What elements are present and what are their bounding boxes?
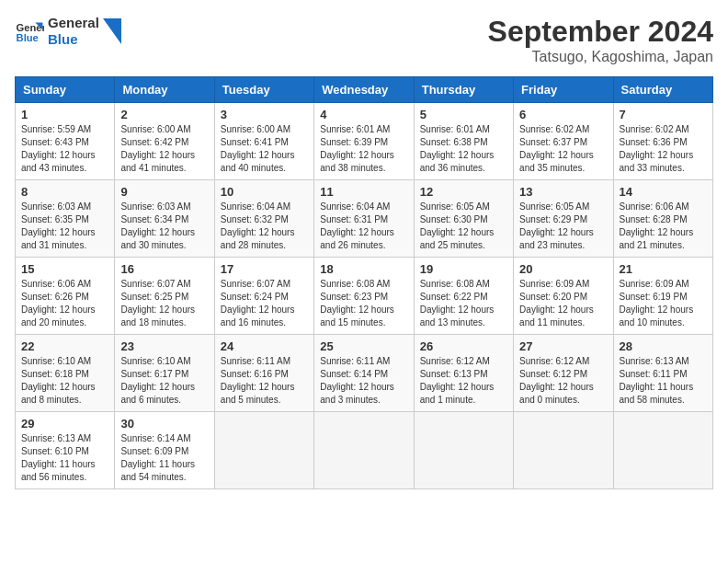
day-number: 30 bbox=[120, 417, 208, 431]
header-saturday: Saturday bbox=[613, 77, 712, 103]
calendar-table: Sunday Monday Tuesday Wednesday Thursday… bbox=[15, 76, 713, 489]
calendar-row-0: 1Sunrise: 5:59 AMSunset: 6:43 PMDaylight… bbox=[16, 103, 713, 180]
day-cell-22: 22Sunrise: 6:10 AMSunset: 6:18 PMDayligh… bbox=[16, 335, 115, 412]
day-info: Sunrise: 6:09 AMSunset: 6:20 PMDaylight:… bbox=[519, 278, 607, 329]
day-number: 21 bbox=[620, 262, 707, 276]
day-number: 22 bbox=[21, 339, 108, 353]
day-info: Sunrise: 6:06 AMSunset: 6:28 PMDaylight:… bbox=[620, 201, 707, 252]
weekday-header-row: Sunday Monday Tuesday Wednesday Thursday… bbox=[16, 77, 713, 103]
day-info: Sunrise: 6:04 AMSunset: 6:31 PMDaylight:… bbox=[320, 201, 407, 252]
day-number: 19 bbox=[420, 262, 507, 276]
day-info: Sunrise: 6:10 AMSunset: 6:17 PMDaylight:… bbox=[120, 355, 208, 407]
empty-cell bbox=[214, 412, 313, 489]
day-number: 8 bbox=[21, 185, 108, 199]
day-number: 1 bbox=[21, 108, 108, 121]
day-cell-24: 24Sunrise: 6:11 AMSunset: 6:16 PMDayligh… bbox=[214, 335, 313, 412]
day-number: 29 bbox=[21, 417, 108, 431]
day-info: Sunrise: 6:13 AMSunset: 6:11 PMDaylight:… bbox=[620, 355, 707, 407]
day-cell-7: 7Sunrise: 6:02 AMSunset: 6:36 PMDaylight… bbox=[613, 103, 712, 180]
day-cell-18: 18Sunrise: 6:08 AMSunset: 6:23 PMDayligh… bbox=[314, 258, 414, 335]
day-cell-26: 26Sunrise: 6:12 AMSunset: 6:13 PMDayligh… bbox=[414, 335, 513, 412]
day-number: 10 bbox=[221, 185, 308, 199]
day-info: Sunrise: 6:13 AMSunset: 6:10 PMDaylight:… bbox=[21, 432, 108, 484]
calendar-row-3: 22Sunrise: 6:10 AMSunset: 6:18 PMDayligh… bbox=[16, 335, 713, 412]
day-info: Sunrise: 6:11 AMSunset: 6:14 PMDaylight:… bbox=[320, 355, 407, 407]
day-info: Sunrise: 6:09 AMSunset: 6:19 PMDaylight:… bbox=[620, 278, 707, 329]
day-number: 3 bbox=[221, 108, 308, 121]
title-block: September 2024 Tatsugo, Kagoshima, Japan bbox=[488, 15, 713, 65]
day-cell-10: 10Sunrise: 6:04 AMSunset: 6:32 PMDayligh… bbox=[214, 180, 313, 258]
day-number: 2 bbox=[120, 108, 208, 121]
day-cell-2: 2Sunrise: 6:00 AMSunset: 6:42 PMDaylight… bbox=[115, 103, 214, 180]
day-cell-25: 25Sunrise: 6:11 AMSunset: 6:14 PMDayligh… bbox=[314, 335, 414, 412]
day-cell-5: 5Sunrise: 6:01 AMSunset: 6:38 PMDaylight… bbox=[414, 103, 513, 180]
day-cell-12: 12Sunrise: 6:05 AMSunset: 6:30 PMDayligh… bbox=[414, 180, 513, 258]
svg-marker-3 bbox=[103, 18, 121, 44]
header-tuesday: Tuesday bbox=[214, 77, 313, 103]
header-friday: Friday bbox=[514, 77, 613, 103]
day-info: Sunrise: 6:04 AMSunset: 6:32 PMDaylight:… bbox=[221, 201, 308, 252]
day-cell-6: 6Sunrise: 6:02 AMSunset: 6:37 PMDaylight… bbox=[514, 103, 613, 180]
day-info: Sunrise: 6:07 AMSunset: 6:24 PMDaylight:… bbox=[221, 278, 308, 329]
day-number: 11 bbox=[320, 185, 407, 199]
day-cell-3: 3Sunrise: 6:00 AMSunset: 6:41 PMDaylight… bbox=[214, 103, 313, 180]
day-number: 13 bbox=[519, 185, 607, 199]
svg-text:Blue: Blue bbox=[17, 32, 39, 43]
day-info: Sunrise: 6:05 AMSunset: 6:29 PMDaylight:… bbox=[519, 201, 607, 252]
day-number: 28 bbox=[620, 339, 707, 353]
calendar-row-2: 15Sunrise: 6:06 AMSunset: 6:26 PMDayligh… bbox=[16, 258, 713, 335]
day-number: 5 bbox=[420, 108, 507, 121]
logo-arrow-icon bbox=[103, 18, 121, 44]
day-number: 9 bbox=[120, 185, 208, 199]
day-cell-1: 1Sunrise: 5:59 AMSunset: 6:43 PMDaylight… bbox=[16, 103, 115, 180]
day-number: 4 bbox=[320, 108, 407, 121]
month-title: September 2024 bbox=[488, 15, 713, 49]
day-cell-14: 14Sunrise: 6:06 AMSunset: 6:28 PMDayligh… bbox=[613, 180, 712, 258]
calendar-row-1: 8Sunrise: 6:03 AMSunset: 6:35 PMDaylight… bbox=[16, 180, 713, 258]
day-info: Sunrise: 6:08 AMSunset: 6:23 PMDaylight:… bbox=[320, 278, 407, 329]
day-number: 26 bbox=[420, 339, 507, 353]
day-info: Sunrise: 6:11 AMSunset: 6:16 PMDaylight:… bbox=[221, 355, 308, 407]
day-cell-16: 16Sunrise: 6:07 AMSunset: 6:25 PMDayligh… bbox=[115, 258, 214, 335]
day-cell-8: 8Sunrise: 6:03 AMSunset: 6:35 PMDaylight… bbox=[16, 180, 115, 258]
day-cell-28: 28Sunrise: 6:13 AMSunset: 6:11 PMDayligh… bbox=[613, 335, 712, 412]
day-info: Sunrise: 6:12 AMSunset: 6:13 PMDaylight:… bbox=[420, 355, 507, 407]
day-cell-19: 19Sunrise: 6:08 AMSunset: 6:22 PMDayligh… bbox=[414, 258, 513, 335]
day-info: Sunrise: 6:02 AMSunset: 6:37 PMDaylight:… bbox=[519, 123, 607, 175]
day-number: 17 bbox=[221, 262, 308, 276]
empty-cell bbox=[514, 412, 613, 489]
day-cell-4: 4Sunrise: 6:01 AMSunset: 6:39 PMDaylight… bbox=[314, 103, 414, 180]
day-number: 6 bbox=[519, 108, 607, 121]
day-info: Sunrise: 5:59 AMSunset: 6:43 PMDaylight:… bbox=[21, 123, 108, 175]
logo: General Blue General Blue bbox=[15, 15, 121, 48]
day-info: Sunrise: 6:03 AMSunset: 6:34 PMDaylight:… bbox=[120, 201, 208, 252]
header-monday: Monday bbox=[115, 77, 214, 103]
day-cell-21: 21Sunrise: 6:09 AMSunset: 6:19 PMDayligh… bbox=[613, 258, 712, 335]
day-number: 16 bbox=[120, 262, 208, 276]
day-number: 24 bbox=[221, 339, 308, 353]
header-sunday: Sunday bbox=[16, 77, 115, 103]
logo-general: General bbox=[48, 15, 99, 31]
day-info: Sunrise: 6:07 AMSunset: 6:25 PMDaylight:… bbox=[120, 278, 208, 329]
day-cell-13: 13Sunrise: 6:05 AMSunset: 6:29 PMDayligh… bbox=[514, 180, 613, 258]
day-cell-29: 29Sunrise: 6:13 AMSunset: 6:10 PMDayligh… bbox=[16, 412, 115, 489]
day-number: 12 bbox=[420, 185, 507, 199]
header-wednesday: Wednesday bbox=[314, 77, 414, 103]
day-cell-15: 15Sunrise: 6:06 AMSunset: 6:26 PMDayligh… bbox=[16, 258, 115, 335]
day-info: Sunrise: 6:05 AMSunset: 6:30 PMDaylight:… bbox=[420, 201, 507, 252]
empty-cell bbox=[613, 412, 712, 489]
day-number: 20 bbox=[519, 262, 607, 276]
day-cell-23: 23Sunrise: 6:10 AMSunset: 6:17 PMDayligh… bbox=[115, 335, 214, 412]
day-number: 15 bbox=[21, 262, 108, 276]
day-number: 23 bbox=[120, 339, 208, 353]
day-cell-27: 27Sunrise: 6:12 AMSunset: 6:12 PMDayligh… bbox=[514, 335, 613, 412]
day-info: Sunrise: 6:00 AMSunset: 6:41 PMDaylight:… bbox=[221, 123, 308, 175]
page-header: General Blue General Blue September 2024… bbox=[15, 15, 713, 65]
calendar-row-4: 29Sunrise: 6:13 AMSunset: 6:10 PMDayligh… bbox=[16, 412, 713, 489]
day-info: Sunrise: 6:06 AMSunset: 6:26 PMDaylight:… bbox=[21, 278, 108, 329]
day-info: Sunrise: 6:08 AMSunset: 6:22 PMDaylight:… bbox=[420, 278, 507, 329]
day-number: 18 bbox=[320, 262, 407, 276]
day-number: 7 bbox=[620, 108, 707, 121]
day-info: Sunrise: 6:10 AMSunset: 6:18 PMDaylight:… bbox=[21, 355, 108, 407]
day-cell-30: 30Sunrise: 6:14 AMSunset: 6:09 PMDayligh… bbox=[115, 412, 214, 489]
